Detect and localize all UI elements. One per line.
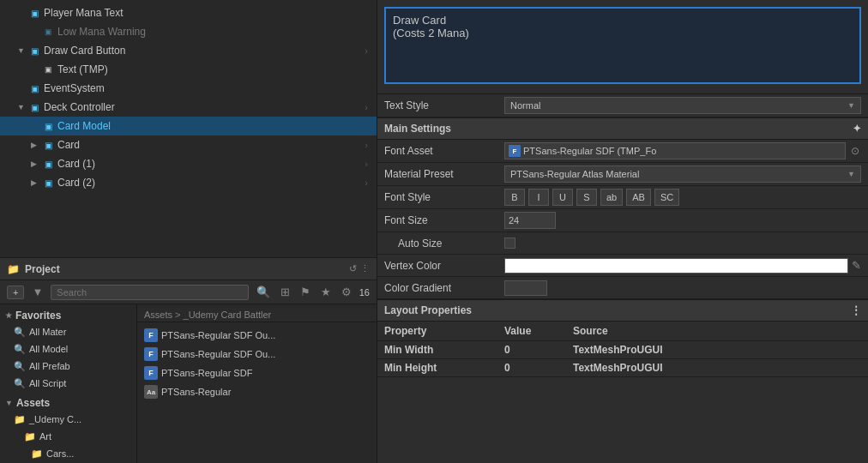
art-folder[interactable]: 📁 Art — [0, 428, 136, 445]
color-gradient-value — [504, 280, 861, 296]
filter-icon[interactable]: ⚑ — [298, 285, 313, 299]
font-size-input[interactable] — [504, 212, 556, 229]
cars-folder[interactable]: 📁 Cars... — [0, 445, 136, 462]
material-preset-row: Material Preset PTSans-Regular Atlas Mat… — [377, 163, 868, 186]
font-f-icon: F — [509, 145, 521, 157]
tree-icon: ▣ — [41, 176, 55, 189]
hierarchy-item-player-mana-text[interactable]: ▣Player Mana Text — [0, 3, 377, 22]
font-style-btn-sc[interactable]: SC — [654, 189, 679, 206]
expand-icon: › — [365, 140, 373, 150]
dropdown-btn[interactable]: ▼ — [29, 285, 45, 299]
favorites-item-all-prefab[interactable]: 🔍All Prefab — [0, 358, 136, 375]
tree-icon: ▣ — [27, 100, 41, 114]
expand-icon: › — [365, 177, 373, 188]
asset-item-asset-4[interactable]: AaPTSans-Regular — [137, 382, 377, 401]
tree-icon: ▣ — [41, 25, 55, 39]
art-label: Art — [39, 431, 51, 442]
project-content: ★ Favorites 🔍All Mater🔍All Model🔍All Pre… — [0, 304, 377, 463]
font-size-row: Font Size — [377, 209, 868, 232]
udemy-label: _Udemy C... — [29, 414, 81, 424]
expand-icon: › — [365, 159, 373, 169]
font-asset-field[interactable]: F PTSans-Regular SDF (TMP_Fo — [504, 142, 846, 159]
folder-icon-cars: 📁 — [31, 448, 43, 460]
font-style-btn-ab[interactable]: AB — [626, 189, 651, 206]
more-icon[interactable]: ⋮ — [360, 263, 370, 274]
search-input[interactable] — [51, 285, 248, 300]
asset-item-asset-1[interactable]: FPTSans-Regular SDF Ou... — [137, 326, 377, 345]
folder-icon: 📁 — [7, 263, 20, 275]
tree-icon: ▣ — [41, 63, 55, 76]
material-preset-dropdown[interactable]: PTSans-Regular Atlas Material ▼ — [504, 165, 861, 183]
settings-icon[interactable]: ⚙ — [339, 285, 354, 299]
text-content-textarea[interactable]: Draw Card (Costs 2 Mana) — [384, 7, 861, 84]
asset-label: PTSans-Regular SDF Ou... — [161, 349, 275, 359]
font-style-btn-b[interactable]: B — [504, 189, 525, 206]
hierarchy-item-deck-controller[interactable]: ▼▣Deck Controller› — [0, 98, 377, 117]
fav-label: All Model — [29, 344, 68, 354]
add-button[interactable]: + — [7, 286, 24, 299]
favorites-item-all-script[interactable]: 🔍All Script — [0, 375, 136, 392]
auto-size-label: Auto Size — [384, 238, 504, 250]
material-preset-arrow: ▼ — [847, 170, 855, 178]
vertex-color-label: Vertex Color — [384, 260, 504, 272]
hierarchy-item-card-2[interactable]: ▶▣Card (2)› — [0, 173, 377, 192]
favorites-panel: ★ Favorites 🔍All Mater🔍All Model🔍All Pre… — [0, 304, 137, 463]
vertex-color-bar[interactable] — [504, 258, 848, 274]
color-gradient-label: Color Gradient — [384, 282, 504, 294]
asset-item-asset-2[interactable]: FPTSans-Regular SDF Ou... — [137, 345, 377, 364]
font-style-btn-i[interactable]: I — [528, 189, 549, 206]
hierarchy-item-event-system[interactable]: ▣EventSystem — [0, 79, 377, 98]
text-style-row: Text Style Normal ▼ — [377, 94, 868, 117]
text-style-arrow: ▼ — [847, 101, 855, 110]
layout-row: Min Height 0 TextMeshProUGUI — [377, 359, 868, 377]
star-icon[interactable]: ★ — [318, 285, 334, 299]
asset-type-icon: F — [144, 328, 158, 342]
search-icon[interactable]: 🔍 — [254, 285, 273, 299]
vertex-color-value: ✎ — [504, 258, 861, 274]
vertex-color-edit-icon[interactable]: ✎ — [852, 259, 861, 272]
asset-item-asset-3[interactable]: FPTSans-Regular SDF — [137, 364, 377, 382]
refresh-icon[interactable]: ↺ — [349, 263, 357, 274]
auto-size-checkbox[interactable] — [504, 238, 515, 249]
fav-label: All Prefab — [29, 361, 70, 371]
text-style-dropdown[interactable]: Normal ▼ — [504, 97, 861, 114]
favorites-item-all-model[interactable]: 🔍All Model — [0, 340, 136, 358]
tree-icon: ▣ — [27, 6, 41, 20]
favorites-item-all-mater[interactable]: 🔍All Mater — [0, 323, 136, 340]
font-style-btn-s[interactable]: S — [576, 189, 597, 206]
font-asset-row: Font Asset F PTSans-Regular SDF (TMP_Fo … — [377, 140, 868, 163]
color-gradient-swatch[interactable] — [504, 280, 547, 296]
layout-row-property: Min Height — [384, 362, 504, 374]
fav-label: All Mater — [29, 327, 66, 337]
udemy-folder[interactable]: 📁 _Udemy C... — [0, 411, 136, 428]
color-gradient-row: Color Gradient — [377, 277, 868, 299]
text-style-value: Normal ▼ — [504, 97, 861, 114]
grid-view-icon[interactable]: ⊞ — [278, 285, 292, 299]
font-asset-label: Font Asset — [384, 145, 504, 157]
tree-icon: ▣ — [27, 81, 41, 95]
hierarchy-item-text-tmp[interactable]: ▣Text (TMP) — [0, 60, 377, 79]
layout-col-property: Property — [384, 325, 504, 337]
font-size-value — [504, 212, 861, 229]
hierarchy-item-card-1[interactable]: ▶▣Card (1)› — [0, 154, 377, 173]
font-asset-pick-icon[interactable]: ⊙ — [849, 145, 861, 157]
font-style-btn-ab[interactable]: ab — [600, 189, 623, 206]
hierarchy-item-card-model[interactable]: ▣Card Model — [0, 117, 377, 135]
tree-arrow: ▼ — [17, 46, 27, 55]
hierarchy-item-card[interactable]: ▶▣Card› — [0, 135, 377, 154]
hierarchy-item-draw-card-button[interactable]: ▼▣Draw Card Button› — [0, 41, 377, 60]
tree-label: Card (1) — [57, 158, 95, 170]
tree-arrow: ▼ — [17, 103, 27, 111]
text-content-section: Draw Card (Costs 2 Mana) — [377, 0, 868, 94]
material-preset-option: PTSans-Regular Atlas Material — [510, 169, 639, 179]
layout-table-header: Property Value Source — [377, 322, 868, 341]
layout-more-icon[interactable]: ⋮ — [851, 304, 861, 316]
hierarchy-item-low-mana-warning[interactable]: ▣Low Mana Warning — [0, 22, 377, 41]
assets-arrow-icon: ▼ — [5, 399, 13, 407]
layout-properties-label: Layout Properties — [384, 304, 472, 316]
layout-row-source: TextMeshProUGUI — [573, 344, 861, 356]
favorites-arrow: ★ — [5, 311, 12, 320]
favorites-label: Favorites — [15, 310, 61, 322]
font-style-btn-u[interactable]: U — [552, 189, 573, 206]
auto-size-value — [504, 238, 861, 249]
